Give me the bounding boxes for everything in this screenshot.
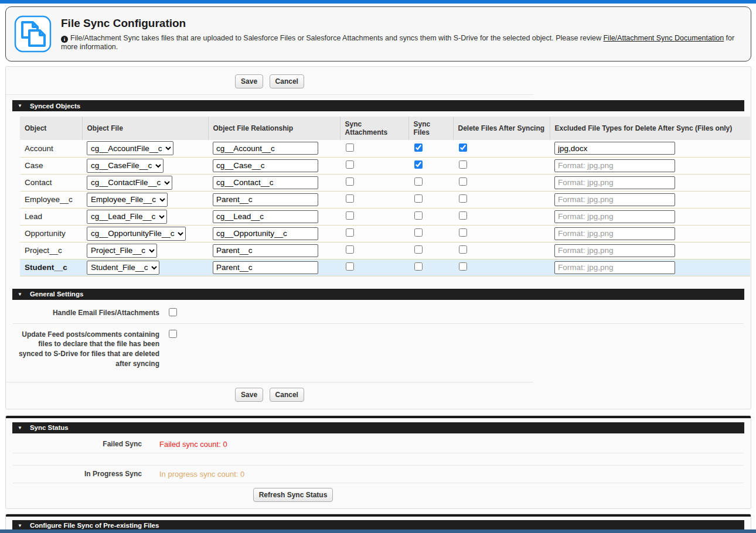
table-row: Project__cProject_File__c	[20, 242, 750, 259]
object-file-select[interactable]: cg__CaseFile__c	[87, 159, 164, 173]
status-label: Failed Sync	[13, 440, 142, 448]
excluded-file-types-input[interactable]	[554, 227, 675, 240]
excluded-file-types-input[interactable]	[554, 261, 675, 274]
object-file-relationship-input[interactable]	[213, 210, 318, 223]
object-file-select[interactable]: cg__AccountFile__c	[87, 141, 173, 155]
excluded-file-types-input[interactable]	[554, 159, 675, 172]
object-file-relationship-input[interactable]	[213, 176, 318, 189]
synced-objects-section-header[interactable]: ▼ Synced Objects	[12, 100, 744, 111]
object-file-select[interactable]: Project_File__c	[87, 244, 157, 258]
cancel-button-bottom[interactable]: Cancel	[270, 388, 304, 402]
sync-status-section-header[interactable]: ▼ Sync Status	[12, 422, 744, 433]
object-name: Project__c	[20, 242, 82, 259]
object-file-relationship-input[interactable]	[213, 159, 318, 172]
column-header: Object File	[82, 117, 208, 140]
table-row: Employee__cEmployee_File__c	[20, 191, 750, 208]
collapse-icon: ▼	[18, 292, 22, 297]
delete-files-after-syncing-checkbox[interactable]	[459, 160, 467, 169]
excluded-file-types-input[interactable]	[554, 142, 675, 155]
sync-files-checkbox[interactable]	[414, 144, 423, 152]
page-description: iFile/Attachment Sync takes files that a…	[61, 34, 743, 51]
sync-attachments-checkbox[interactable]	[346, 177, 354, 186]
excluded-file-types-input[interactable]	[554, 193, 675, 206]
delete-files-after-syncing-checkbox[interactable]	[459, 245, 467, 254]
status-value: Failed sync count: 0	[159, 440, 227, 449]
delete-files-after-syncing-checkbox[interactable]	[459, 194, 467, 203]
object-name: Case	[20, 157, 82, 174]
sync-status-section-title: Sync Status	[30, 424, 69, 431]
delete-files-after-syncing-checkbox[interactable]	[459, 144, 467, 152]
column-header: Sync Files	[408, 117, 453, 140]
collapse-icon: ▼	[18, 103, 22, 108]
sync-files-checkbox[interactable]	[414, 228, 423, 237]
refresh-button-row: Refresh Sync Status	[6, 483, 580, 508]
sync-status-row: In Progress SyncIn progress sync count: …	[13, 466, 744, 483]
object-file-select[interactable]: cg__Lead_File__c	[87, 210, 167, 224]
page-title: File Sync Configuration	[61, 17, 743, 30]
excluded-file-types-input[interactable]	[554, 210, 675, 223]
table-row: Casecg__CaseFile__c	[20, 157, 750, 174]
setting-label: Handle Email Files/Attachments	[13, 308, 159, 319]
table-row: Accountcg__AccountFile__c	[20, 140, 750, 157]
sync-attachments-checkbox[interactable]	[346, 194, 354, 203]
sync-files-checkbox[interactable]	[414, 160, 423, 169]
sync-attachments-checkbox[interactable]	[346, 160, 354, 169]
excluded-file-types-input[interactable]	[554, 176, 675, 189]
object-file-relationship-input[interactable]	[213, 142, 318, 155]
sync-files-checkbox[interactable]	[414, 262, 423, 271]
object-file-select[interactable]: cg__ContactFile__c	[87, 176, 172, 190]
synced-objects-section-title: Synced Objects	[30, 102, 80, 110]
table-header-row: ObjectObject FileObject File Relationshi…	[20, 117, 750, 140]
sync-files-checkbox[interactable]	[414, 194, 423, 203]
cancel-button[interactable]: Cancel	[270, 74, 304, 88]
documentation-link[interactable]: File/Attachment Sync Documentation	[603, 34, 724, 42]
top-button-row: Save Cancel	[6, 67, 533, 95]
preexisting-section-title: Configure File Sync of Pre-existing File…	[30, 522, 159, 529]
status-value: In progress sync count: 0	[159, 470, 244, 479]
object-file-relationship-input[interactable]	[213, 227, 318, 240]
status-label: In Progress Sync	[13, 470, 142, 478]
object-name: Employee__c	[20, 191, 82, 208]
object-file-select[interactable]: cg__OpportunityFile__c	[87, 227, 186, 241]
object-file-relationship-input[interactable]	[213, 193, 318, 206]
object-file-select[interactable]: Employee_File__c	[87, 193, 168, 207]
sync-attachments-checkbox[interactable]	[346, 262, 354, 271]
object-file-select[interactable]: Student_File__c	[87, 261, 159, 275]
sync-attachments-checkbox[interactable]	[346, 245, 354, 254]
object-file-relationship-input[interactable]	[213, 244, 318, 257]
object-name: Lead	[20, 208, 82, 225]
column-header: Object File Relationship	[208, 117, 340, 140]
sync-attachments-checkbox[interactable]	[346, 211, 354, 220]
sync-attachments-checkbox[interactable]	[346, 228, 354, 237]
delete-files-after-syncing-checkbox[interactable]	[459, 211, 467, 220]
delete-files-after-syncing-checkbox[interactable]	[459, 177, 467, 186]
general-setting-row: Handle Email Files/Attachments	[13, 302, 744, 323]
sync-files-checkbox[interactable]	[414, 245, 423, 254]
object-name: Contact	[20, 174, 82, 191]
general-settings-section-header[interactable]: ▼ General Settings	[12, 289, 744, 300]
object-name: Student__c	[20, 259, 82, 276]
divider	[13, 453, 744, 466]
refresh-sync-status-button[interactable]: Refresh Sync Status	[253, 488, 333, 502]
sync-files-checkbox[interactable]	[414, 211, 423, 220]
setting-checkbox[interactable]	[169, 308, 177, 316]
collapse-icon: ▼	[18, 425, 22, 430]
delete-files-after-syncing-checkbox[interactable]	[459, 262, 467, 271]
object-file-relationship-input[interactable]	[213, 261, 318, 274]
sync-files-checkbox[interactable]	[414, 177, 423, 186]
bottom-accent-bar	[0, 529, 756, 533]
file-sync-pages-icon	[14, 15, 52, 53]
column-header: Excluded File Types for Delete After Syn…	[550, 117, 750, 140]
sync-status-panel: ▼ Sync Status Failed SyncFailed sync cou…	[5, 415, 751, 509]
column-header: Sync Attachments	[340, 117, 408, 140]
excluded-file-types-input[interactable]	[554, 244, 675, 257]
sync-attachments-checkbox[interactable]	[346, 144, 354, 152]
table-row: Contactcg__ContactFile__c	[20, 174, 750, 191]
synced-objects-table: ObjectObject FileObject File Relationshi…	[20, 117, 750, 276]
save-button-bottom[interactable]: Save	[235, 388, 263, 402]
save-button[interactable]: Save	[235, 74, 263, 88]
setting-checkbox[interactable]	[169, 330, 177, 338]
config-panel: Save Cancel ▼ Synced Objects ObjectObjec…	[5, 66, 751, 409]
object-name: Opportunity	[20, 225, 82, 242]
delete-files-after-syncing-checkbox[interactable]	[459, 228, 467, 237]
